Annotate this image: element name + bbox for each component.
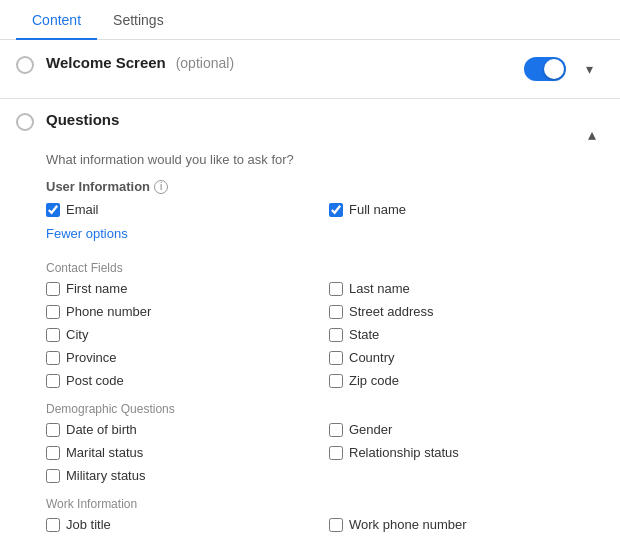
- user-info-fields: Email Full name: [46, 202, 604, 221]
- questions-header: Questions ▴: [0, 99, 620, 144]
- fullname-label: Full name: [349, 202, 406, 217]
- questions-radio[interactable]: [16, 113, 34, 131]
- work-label: Work Information: [46, 497, 604, 511]
- welcome-screen-title: Welcome Screen: [46, 54, 166, 71]
- welcome-screen-controls: ▾: [524, 54, 604, 84]
- job-title-row[interactable]: Job title: [46, 517, 321, 532]
- user-info-icon[interactable]: i: [154, 180, 168, 194]
- country-row[interactable]: Country: [329, 350, 604, 365]
- email-checkbox[interactable]: [46, 203, 60, 217]
- zip-code-row[interactable]: Zip code: [329, 373, 604, 388]
- street-address-row[interactable]: Street address: [329, 304, 604, 319]
- demographic-fields-grid: Date of birth Gender Marital status Rela…: [46, 422, 604, 487]
- work-phone-row[interactable]: Work phone number: [329, 517, 604, 532]
- military-status-row[interactable]: Military status: [46, 468, 321, 483]
- welcome-screen-optional: (optional): [176, 55, 234, 71]
- tab-content[interactable]: Content: [16, 0, 97, 40]
- contact-fields-grid: First name Last name Phone number Street…: [46, 281, 604, 392]
- city-checkbox[interactable]: [46, 328, 60, 342]
- phone-number-row[interactable]: Phone number: [46, 304, 321, 319]
- last-name-checkbox[interactable]: [329, 282, 343, 296]
- state-row[interactable]: State: [329, 327, 604, 342]
- gender-row[interactable]: Gender: [329, 422, 604, 437]
- questions-collapse-btn[interactable]: ▴: [580, 111, 604, 144]
- work-phone-checkbox[interactable]: [329, 518, 343, 532]
- welcome-screen-section: Welcome Screen (optional) ▾: [0, 40, 620, 99]
- street-address-checkbox[interactable]: [329, 305, 343, 319]
- city-row[interactable]: City: [46, 327, 321, 342]
- fewer-options-link[interactable]: Fewer options: [46, 226, 128, 241]
- state-checkbox[interactable]: [329, 328, 343, 342]
- questions-title: Questions: [46, 111, 119, 128]
- post-code-checkbox[interactable]: [46, 374, 60, 388]
- country-checkbox[interactable]: [329, 351, 343, 365]
- welcome-screen-title-group: Welcome Screen (optional): [46, 54, 234, 71]
- dob-row[interactable]: Date of birth: [46, 422, 321, 437]
- relationship-status-checkbox[interactable]: [329, 446, 343, 460]
- email-field-row[interactable]: Email: [46, 202, 321, 217]
- contact-fields-label: Contact Fields: [46, 261, 604, 275]
- first-name-row[interactable]: First name: [46, 281, 321, 296]
- phone-number-checkbox[interactable]: [46, 305, 60, 319]
- gender-checkbox[interactable]: [329, 423, 343, 437]
- job-title-checkbox[interactable]: [46, 518, 60, 532]
- tabs-bar: Content Settings: [0, 0, 620, 40]
- zip-code-checkbox[interactable]: [329, 374, 343, 388]
- marital-status-checkbox[interactable]: [46, 446, 60, 460]
- user-info-label: User Information i: [46, 179, 604, 194]
- work-fields-grid: Job title Work phone number Work email C…: [46, 517, 604, 536]
- province-checkbox[interactable]: [46, 351, 60, 365]
- welcome-screen-radio[interactable]: [16, 56, 34, 74]
- fullname-field-row[interactable]: Full name: [329, 202, 604, 217]
- welcome-screen-toggle[interactable]: [524, 57, 566, 81]
- dob-checkbox[interactable]: [46, 423, 60, 437]
- toggle-knob: [544, 59, 564, 79]
- fullname-checkbox[interactable]: [329, 203, 343, 217]
- questions-section: Questions ▴ What information would you l…: [0, 99, 620, 536]
- province-row[interactable]: Province: [46, 350, 321, 365]
- last-name-row[interactable]: Last name: [329, 281, 604, 296]
- welcome-screen-chevron[interactable]: ▾: [574, 54, 604, 84]
- relationship-status-row[interactable]: Relationship status: [329, 445, 604, 460]
- first-name-checkbox[interactable]: [46, 282, 60, 296]
- chevron-up-icon: ▴: [580, 125, 604, 144]
- military-status-checkbox[interactable]: [46, 469, 60, 483]
- demographic-label: Demographic Questions: [46, 402, 604, 416]
- email-label: Email: [66, 202, 99, 217]
- marital-status-row[interactable]: Marital status: [46, 445, 321, 460]
- post-code-row[interactable]: Post code: [46, 373, 321, 388]
- questions-subtitle: What information would you like to ask f…: [46, 152, 604, 167]
- tab-settings[interactable]: Settings: [97, 0, 180, 40]
- questions-content: What information would you like to ask f…: [0, 152, 620, 536]
